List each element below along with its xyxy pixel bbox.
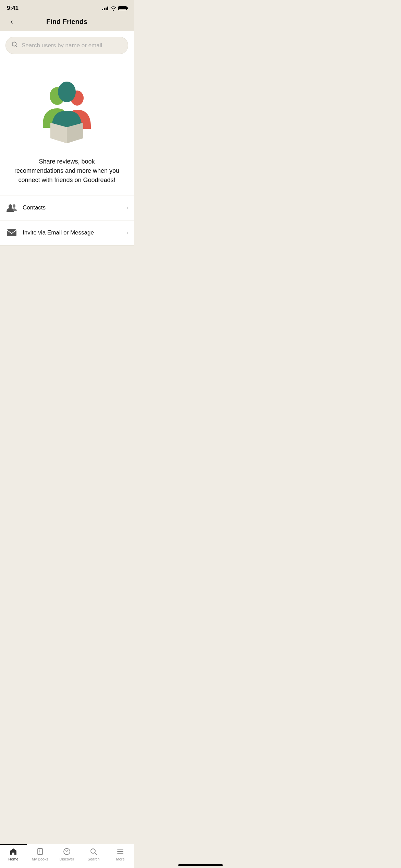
svg-point-5 [9,204,12,208]
illustration-area [0,61,134,154]
svg-rect-7 [7,229,16,236]
search-container: Search users by name or email [0,31,134,61]
search-icon [11,41,18,50]
friends-illustration [33,71,101,147]
svg-point-6 [13,204,15,208]
invite-label: Invite via Email or Message [23,229,126,236]
contacts-chevron-icon: › [126,205,128,211]
contacts-list-item[interactable]: Contacts › [0,195,134,220]
contacts-label: Contacts [23,204,126,211]
empty-area [0,245,134,383]
invite-list-item[interactable]: Invite via Email or Message › [0,220,134,245]
status-bar: 9:41 [0,0,134,14]
invite-chevron-icon: › [126,230,128,236]
page-title: Find Friends [46,18,87,26]
email-icon [5,227,18,239]
description-text: Share reviews, book recommendations and … [0,154,134,195]
status-icons [102,6,127,11]
battery-icon [118,6,127,10]
main-content: Search users by name or email Share revi… [0,31,134,245]
search-bar[interactable]: Search users by name or email [5,37,128,54]
svg-point-3 [58,82,76,102]
back-button[interactable]: ‹ [5,16,18,28]
header: ‹ Find Friends [0,14,134,31]
status-time: 9:41 [7,5,19,12]
signal-icon [102,6,108,10]
wifi-icon [110,6,116,11]
contacts-icon [5,202,18,214]
search-placeholder[interactable]: Search users by name or email [22,42,122,49]
